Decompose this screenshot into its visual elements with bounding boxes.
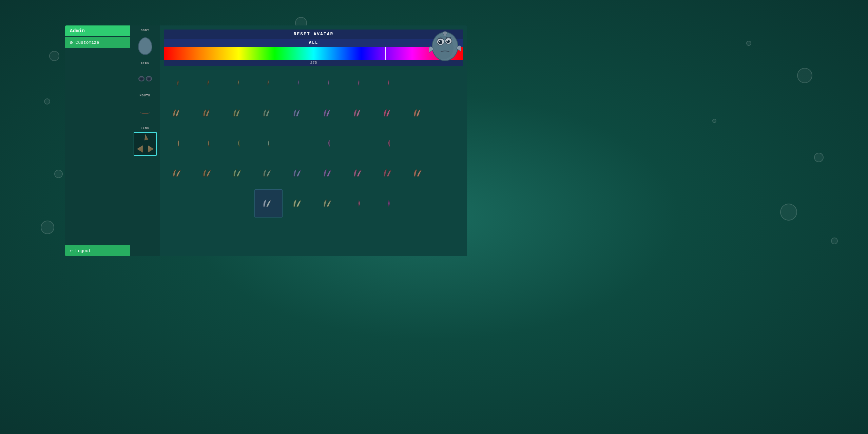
fin-item-19[interactable] bbox=[405, 99, 433, 127]
svg-point-5 bbox=[446, 40, 450, 43]
mouth-shape bbox=[140, 110, 150, 114]
fin-item-57[interactable] bbox=[345, 220, 373, 248]
fish-avatar-svg bbox=[426, 29, 464, 63]
fish-avatar-container bbox=[426, 29, 464, 63]
customize-icon: ⚙ bbox=[70, 40, 73, 45]
fin-item-4[interactable] bbox=[254, 69, 283, 97]
reset-avatar-button[interactable]: RESET AVATAR bbox=[164, 30, 463, 39]
fin-item-25[interactable] bbox=[285, 129, 313, 157]
fin-item-6[interactable] bbox=[314, 69, 343, 97]
color-value: 275 bbox=[164, 60, 463, 66]
fins-thumb bbox=[134, 132, 156, 155]
fin-item-47[interactable] bbox=[345, 189, 373, 218]
svg-point-7 bbox=[447, 40, 448, 41]
fin-item-12[interactable] bbox=[194, 99, 223, 127]
fin-item-50[interactable] bbox=[435, 189, 463, 218]
fin-item-42[interactable] bbox=[194, 189, 223, 218]
sidebar-customize-label: Customize bbox=[75, 40, 99, 45]
fin-item-3[interactable] bbox=[224, 69, 252, 97]
svg-point-6 bbox=[439, 41, 440, 42]
fin-item-48[interactable] bbox=[375, 189, 403, 218]
eyes-preview[interactable] bbox=[134, 67, 157, 91]
fin-item-17[interactable] bbox=[345, 99, 373, 127]
fin-item-9[interactable] bbox=[405, 69, 433, 97]
fin-item-18[interactable] bbox=[375, 99, 403, 127]
color-spectrum[interactable] bbox=[164, 47, 463, 60]
fin-item-29[interactable] bbox=[405, 129, 433, 157]
fins-grid bbox=[164, 69, 463, 252]
mouth-label: MOUTH bbox=[139, 94, 150, 97]
eye-left bbox=[138, 76, 144, 81]
fin-item-45[interactable] bbox=[285, 189, 313, 218]
fin-item-55[interactable] bbox=[285, 220, 313, 248]
fin-item-34[interactable] bbox=[254, 159, 283, 187]
fin-item-52[interactable] bbox=[194, 220, 223, 248]
fin-item-46[interactable] bbox=[314, 189, 343, 218]
fin-item-10[interactable] bbox=[435, 69, 463, 97]
fin-item-36[interactable] bbox=[314, 159, 343, 187]
fin-item-41[interactable] bbox=[164, 189, 192, 218]
body-shape bbox=[138, 37, 152, 55]
fin-item-7[interactable] bbox=[345, 69, 373, 97]
fin-item-56[interactable] bbox=[314, 220, 343, 248]
fin-item-33[interactable] bbox=[224, 159, 252, 187]
fin-item-24[interactable] bbox=[254, 129, 283, 157]
fin-item-21[interactable] bbox=[164, 129, 192, 157]
fin-item-14[interactable] bbox=[254, 99, 283, 127]
fin-item-37[interactable] bbox=[345, 159, 373, 187]
fin-item-32[interactable] bbox=[194, 159, 223, 187]
body-preview[interactable] bbox=[134, 34, 157, 58]
fin-item-15[interactable] bbox=[285, 99, 313, 127]
fin-item-38[interactable] bbox=[375, 159, 403, 187]
fin-item-23[interactable] bbox=[224, 129, 252, 157]
fin-item-44-selected[interactable] bbox=[254, 189, 283, 218]
fin-item-8[interactable] bbox=[375, 69, 403, 97]
fin-item-5[interactable] bbox=[285, 69, 313, 97]
fin-item-28[interactable] bbox=[375, 129, 403, 157]
eyes-section: EYES bbox=[130, 61, 160, 91]
logout-label: Logout bbox=[75, 248, 91, 253]
fin-item-54[interactable] bbox=[254, 220, 283, 248]
fin-item-51[interactable] bbox=[164, 220, 192, 248]
fin-item-53[interactable] bbox=[224, 220, 252, 248]
fin-item-22[interactable] bbox=[194, 129, 223, 157]
logout-icon: ↩ bbox=[70, 248, 73, 253]
mouth-section: MOUTH bbox=[130, 94, 160, 123]
fin-item-27[interactable] bbox=[345, 129, 373, 157]
eye-right bbox=[146, 76, 152, 81]
fin-item-31[interactable] bbox=[164, 159, 192, 187]
fin-item-2[interactable] bbox=[194, 69, 223, 97]
all-button[interactable]: ALL bbox=[164, 39, 463, 47]
fin-item-13[interactable] bbox=[224, 99, 252, 127]
svg-point-4 bbox=[438, 40, 442, 44]
sidebar-logout-button[interactable]: ↩ Logout bbox=[65, 245, 130, 256]
fin-item-58[interactable] bbox=[375, 220, 403, 248]
parts-panel: BODY EYES MOUTH bbox=[130, 25, 160, 256]
fin-item-60[interactable] bbox=[435, 220, 463, 248]
main-window: Admin ⚙ Customize ↩ Logout BODY EYES bbox=[65, 25, 467, 256]
fin-item-30[interactable] bbox=[435, 129, 463, 157]
fin-item-1[interactable] bbox=[164, 69, 192, 97]
eyes-label: EYES bbox=[141, 61, 150, 65]
mouth-preview[interactable] bbox=[134, 99, 157, 123]
fin-top bbox=[143, 134, 148, 140]
fin-left bbox=[137, 145, 143, 153]
sidebar-item-customize[interactable]: ⚙ Customize bbox=[65, 37, 130, 48]
body-section: BODY bbox=[130, 29, 160, 58]
fin-item-49[interactable] bbox=[405, 189, 433, 218]
fin-item-43[interactable] bbox=[224, 189, 252, 218]
fins-preview[interactable] bbox=[134, 132, 157, 156]
fin-item-35[interactable] bbox=[285, 159, 313, 187]
fin-item-16[interactable] bbox=[314, 99, 343, 127]
fin-item-39[interactable] bbox=[405, 159, 433, 187]
eyes-shape bbox=[138, 76, 152, 81]
fin-item-26[interactable] bbox=[314, 129, 343, 157]
options-panel: RESET AVATAR ALL 275 bbox=[160, 25, 467, 256]
fin-item-59[interactable] bbox=[405, 220, 433, 248]
fin-item-11[interactable] bbox=[164, 99, 192, 127]
fin-item-40[interactable] bbox=[435, 159, 463, 187]
body-label: BODY bbox=[141, 29, 150, 32]
sidebar: Admin ⚙ Customize ↩ Logout bbox=[65, 25, 130, 256]
sidebar-admin: Admin bbox=[65, 25, 130, 36]
fin-item-20[interactable] bbox=[435, 99, 463, 127]
